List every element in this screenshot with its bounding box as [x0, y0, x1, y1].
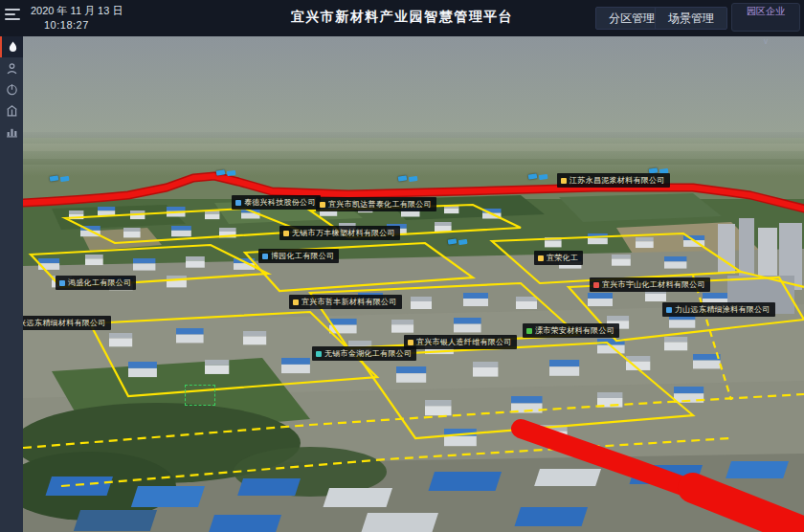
selection-box	[185, 385, 215, 406]
company-label[interactable]: 鸿盛化工有限公司	[56, 276, 136, 290]
company-marker-icon	[59, 280, 65, 286]
company-label[interactable]: 力山远东精细涂料有限公司	[662, 302, 775, 317]
map-annotations: 泰德兴科技股份公司宜兴市凯达普泰化工有限公司无锡市万丰橡塑材料有限公司博园化工有…	[23, 36, 804, 532]
company-marker-icon	[283, 231, 289, 236]
company-label[interactable]: 江苏永昌泥浆材料有限公司	[557, 173, 670, 188]
company-marker-icon	[235, 200, 241, 206]
company-marker-icon	[538, 255, 544, 261]
sidebar-item-enterprise[interactable]	[0, 100, 23, 121]
sidebar-item-power[interactable]	[0, 78, 23, 100]
company-name: 宜兴市哲丰新材料有限公司	[302, 297, 397, 307]
company-name: 无锡市金湖化工有限公司	[324, 348, 412, 359]
tool-sidebar	[0, 36, 23, 532]
company-name: 宜兴市宇山化工材料有限公司	[602, 279, 705, 290]
company-marker-icon	[293, 299, 299, 305]
enterprise-dropdown[interactable]: 园区企业 ∨	[731, 3, 800, 32]
enterprise-dropdown-label: 园区企业	[732, 4, 799, 18]
company-marker-icon	[666, 307, 672, 313]
company-name: 溧市荣安材料有限公司	[535, 325, 614, 336]
top-bar: 2020 年 11 月 13 日 10:18:27 宜兴市新材料产业园智慧管理平…	[0, 0, 804, 36]
company-label[interactable]: 泰德兴科技股份公司	[232, 195, 321, 210]
company-name: 宜荣化工	[547, 253, 578, 263]
company-name: 江苏永昌泥浆材料有限公司	[570, 175, 665, 186]
company-name: 宜兴远东精细材料有限公司	[23, 318, 106, 328]
company-label[interactable]: 无锡市金湖化工有限公司	[312, 346, 416, 361]
company-marker-icon	[561, 178, 567, 184]
vehicle-marker[interactable]	[216, 169, 226, 175]
company-name: 力山远东精细涂料有限公司	[675, 304, 770, 315]
company-marker-icon	[593, 282, 599, 288]
chevron-down-icon: ∨	[732, 35, 799, 47]
company-label[interactable]: 宜兴市银人造纤维有限公司	[404, 335, 517, 349]
company-label[interactable]: 宜兴市宇山化工材料有限公司	[590, 277, 710, 292]
flame-icon	[7, 41, 19, 54]
company-label[interactable]: 无锡市万丰橡塑材料有限公司	[279, 226, 400, 240]
company-name: 泰德兴科技股份公司	[244, 197, 316, 208]
scene-management-button[interactable]: 场景管理	[655, 7, 727, 30]
sidebar-item-fire[interactable]	[0, 36, 23, 57]
company-name: 博园化工有限公司	[271, 251, 334, 261]
company-label[interactable]: 宜荣化工	[534, 251, 583, 265]
company-marker-icon	[320, 202, 325, 208]
company-label[interactable]: 宜兴远东精细材料有限公司	[23, 316, 111, 330]
company-name: 鸿盛化工有限公司	[68, 277, 131, 288]
company-name: 宜兴市银人造纤维有限公司	[416, 337, 512, 347]
vehicle-marker[interactable]	[50, 175, 59, 181]
company-name: 宜兴市凯达普泰化工有限公司	[328, 199, 432, 210]
company-label[interactable]: 宜兴市哲丰新材料有限公司	[289, 295, 402, 309]
factory-icon	[6, 104, 18, 117]
company-marker-icon	[262, 254, 268, 259]
company-marker-icon	[526, 328, 532, 334]
company-label[interactable]: 宜兴市凯达普泰化工有限公司	[316, 197, 436, 211]
person-icon	[6, 62, 18, 75]
company-name: 无锡市万丰橡塑材料有限公司	[292, 228, 395, 238]
sidebar-item-personnel[interactable]	[0, 57, 23, 78]
vehicle-marker[interactable]	[448, 238, 458, 244]
company-marker-icon	[408, 340, 413, 345]
map-3d-view[interactable]: 泰德兴科技股份公司宜兴市凯达普泰化工有限公司无锡市万丰橡塑材料有限公司博园化工有…	[23, 36, 804, 532]
bar-chart-icon	[6, 125, 18, 138]
sidebar-item-statistics[interactable]	[0, 121, 23, 142]
vehicle-marker[interactable]	[398, 175, 408, 181]
company-label[interactable]: 溧市荣安材料有限公司	[523, 323, 619, 338]
vehicle-marker[interactable]	[528, 173, 538, 179]
power-icon	[6, 83, 18, 96]
company-label[interactable]: 博园化工有限公司	[258, 249, 339, 263]
company-marker-icon	[316, 351, 322, 357]
